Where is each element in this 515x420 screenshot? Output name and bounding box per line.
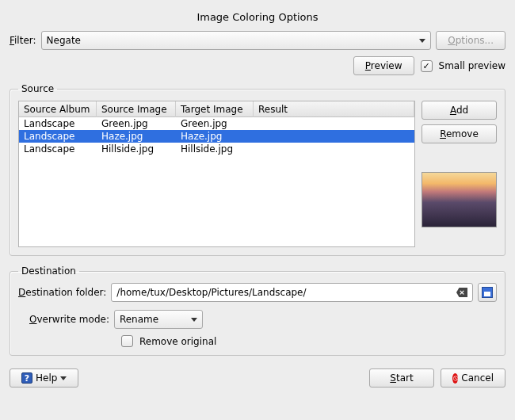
col-target-image[interactable]: Target Image [176, 101, 254, 117]
filter-label: Filter: [10, 35, 36, 46]
cancel-icon: ⦸ [452, 373, 458, 384]
filter-select[interactable]: Negate [41, 31, 432, 50]
chevron-down-icon [60, 376, 67, 380]
table-row[interactable]: Landscape Haze.jpg Haze.jpg [19, 130, 414, 143]
chevron-down-icon [419, 39, 425, 43]
table-row[interactable]: Landscape Hillside.jpg Hillside.jpg [19, 143, 414, 155]
preview-thumbnail [422, 172, 497, 227]
source-table[interactable]: Source Album Source Image Target Image R… [18, 101, 415, 247]
preview-button[interactable]: Preview [353, 56, 414, 75]
start-button[interactable]: Start [369, 368, 434, 388]
overwrite-select[interactable]: Rename [114, 310, 203, 329]
chevron-down-icon [191, 318, 197, 322]
destination-fieldset: Destination Destination folder: /home/tu… [10, 265, 505, 356]
remove-original-checkbox[interactable] [121, 335, 133, 347]
table-row[interactable]: Landscape Green.jpg Green.jpg [19, 117, 414, 130]
help-icon: ? [21, 372, 32, 384]
small-preview-checkbox[interactable]: ✓ [421, 60, 433, 72]
remove-button[interactable]: Remove [422, 124, 497, 143]
col-source-album[interactable]: Source Album [19, 101, 97, 117]
clear-icon[interactable]: × [456, 288, 467, 297]
col-result[interactable]: Result [254, 101, 414, 117]
destination-folder-input[interactable]: /home/tux/Desktop/Pictures/Landscape/ × [111, 283, 473, 302]
destination-folder-value: /home/tux/Desktop/Pictures/Landscape/ [116, 287, 306, 298]
save-path-button[interactable] [478, 283, 497, 302]
source-fieldset: Source Source Album Source Image Target … [10, 83, 505, 256]
filter-value: Negate [47, 35, 81, 46]
remove-original-label: Remove original [139, 336, 216, 347]
overwrite-label: Overwrite mode: [29, 314, 109, 325]
source-legend: Source [18, 83, 57, 94]
destination-folder-label: Destination folder: [18, 287, 106, 298]
small-preview-label: Small preview [439, 60, 505, 71]
options-button: Options... [436, 31, 505, 50]
cancel-button[interactable]: ⦸ Cancel [441, 368, 505, 388]
overwrite-value: Rename [120, 314, 158, 325]
page-title: Image Coloring Options [10, 8, 505, 31]
floppy-icon [482, 287, 493, 298]
add-button[interactable]: Add [422, 101, 497, 120]
col-source-image[interactable]: Source Image [97, 101, 176, 117]
destination-legend: Destination [18, 265, 79, 277]
help-button[interactable]: ? Help [10, 368, 78, 388]
